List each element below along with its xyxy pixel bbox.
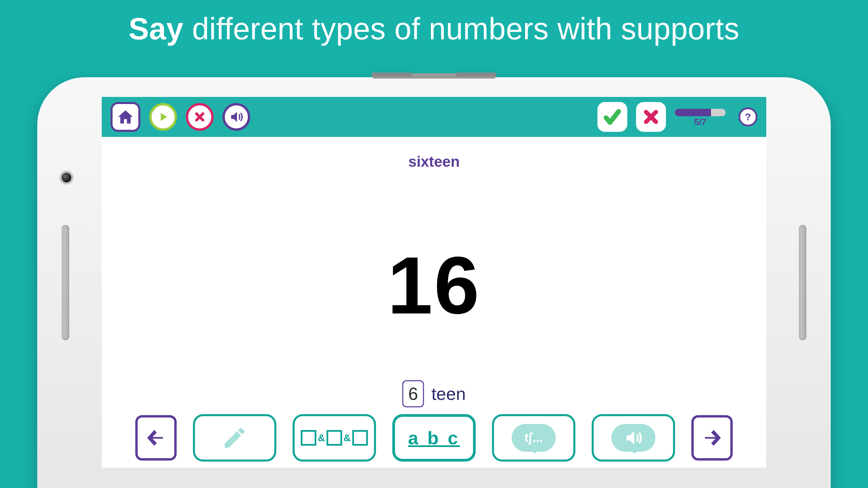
close-icon bbox=[193, 110, 206, 123]
page-title-rest: different types of numbers with supports bbox=[183, 12, 739, 46]
letters-tool-button[interactable]: a b c bbox=[392, 414, 476, 462]
breakdown-box-1 bbox=[301, 430, 316, 446]
wrong-icon bbox=[643, 108, 659, 125]
progress-track bbox=[675, 109, 726, 116]
audio-bubble-icon bbox=[611, 424, 655, 452]
breakdown-suffix: teen bbox=[431, 384, 466, 404]
letters-icon: a b c bbox=[408, 427, 460, 448]
progress-label: 5/7 bbox=[675, 117, 726, 127]
arrow-left-icon bbox=[145, 427, 166, 448]
breakdown-icon: & & bbox=[301, 430, 368, 446]
audio-tool-button[interactable] bbox=[592, 414, 675, 462]
phone-speaker-left bbox=[62, 225, 69, 340]
audio-bubble-sound-icon bbox=[623, 428, 644, 448]
progress-fill bbox=[675, 109, 711, 116]
top-bar: 5/7 ? bbox=[102, 97, 766, 137]
breakdown-box-2 bbox=[327, 430, 342, 446]
close-button[interactable] bbox=[186, 103, 214, 131]
phone-camera-decor bbox=[60, 171, 73, 184]
sound-button[interactable] bbox=[222, 103, 250, 131]
number-word: sixteen bbox=[102, 153, 766, 170]
app-screen: 5/7 ? sixteen 16 6 teen bbox=[102, 97, 766, 468]
number-breakdown: 6 teen bbox=[402, 380, 466, 407]
next-button[interactable] bbox=[691, 415, 733, 461]
breakdown-box-3 bbox=[352, 430, 368, 446]
breakdown-digit: 6 bbox=[408, 384, 418, 404]
prev-button[interactable] bbox=[135, 415, 177, 461]
ipa-tool-button[interactable]: tʃ... bbox=[492, 414, 575, 462]
phone-frame: 5/7 ? sixteen 16 6 teen bbox=[37, 77, 831, 488]
breakdown-amp-1: & bbox=[318, 432, 325, 444]
play-icon bbox=[156, 110, 170, 124]
ipa-bubble-icon: tʃ... bbox=[512, 424, 556, 452]
correct-button[interactable] bbox=[597, 102, 627, 132]
sound-icon bbox=[229, 109, 244, 125]
page-title-bold: Say bbox=[129, 12, 183, 46]
home-button[interactable] bbox=[111, 102, 140, 132]
arrow-right-icon bbox=[702, 427, 723, 448]
content-area: sixteen 16 6 teen bbox=[102, 137, 766, 468]
page-title: Say different types of numbers with supp… bbox=[0, 12, 868, 46]
bottom-bar: & & a b c tʃ... bbox=[102, 414, 766, 462]
phone-speaker-right bbox=[799, 225, 806, 340]
play-button[interactable] bbox=[149, 103, 177, 131]
breakdown-tool-button[interactable]: & & bbox=[293, 414, 376, 462]
pencil-icon bbox=[221, 425, 248, 451]
progress-indicator: 5/7 bbox=[675, 108, 726, 126]
ipa-bubble-text: tʃ... bbox=[525, 431, 543, 445]
breakdown-amp-2: & bbox=[343, 432, 351, 444]
phone-buttons-decor bbox=[373, 73, 495, 79]
help-icon: ? bbox=[745, 111, 751, 123]
number-display: 16 bbox=[388, 239, 481, 332]
wrong-button[interactable] bbox=[636, 102, 666, 132]
check-icon bbox=[603, 107, 622, 126]
help-button[interactable]: ? bbox=[738, 107, 757, 126]
home-icon bbox=[117, 108, 134, 126]
breakdown-digit-box[interactable]: 6 bbox=[402, 380, 424, 407]
write-tool-button[interactable] bbox=[193, 414, 276, 462]
